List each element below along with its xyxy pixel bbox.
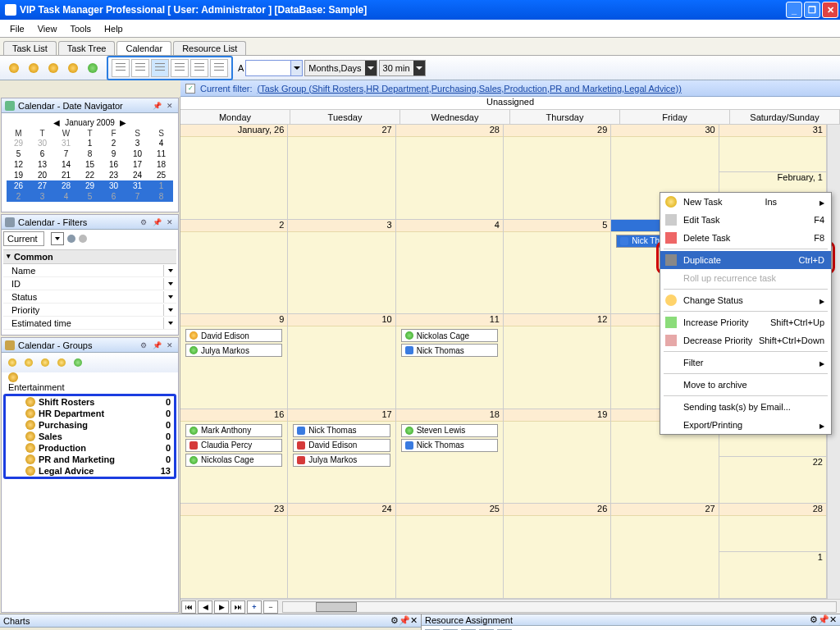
task-chip[interactable]: Julya Markos	[185, 344, 282, 357]
group-entertainment[interactable]: Entertainment	[2, 372, 178, 392]
task-chip[interactable]: Claudia Percy	[185, 439, 282, 452]
filter-prop[interactable]: Status	[3, 290, 176, 304]
menu-dec-priority[interactable]: Decrease PriorityShift+Ctrl+Down	[660, 331, 831, 349]
date-navigator[interactable]: ◀ January 2009 ▶ MTWTFSS2930311234567891…	[2, 113, 178, 207]
maximize-button[interactable]: ❐	[804, 2, 820, 18]
filter-value[interactable]: (Task Group (Shift Rosters,HR Department…	[258, 84, 682, 94]
panel-pin-icon[interactable]: 📌	[152, 101, 162, 111]
calendar-cell[interactable]: 5	[504, 220, 611, 315]
panel-close-icon[interactable]: ✕	[829, 614, 837, 625]
menu-help[interactable]: Help	[98, 22, 130, 35]
filter-preset[interactable]: Current	[3, 231, 44, 246]
calendar-cell[interactable]: 18Steven LewisNick Thomas	[396, 409, 504, 504]
panel-close-icon[interactable]: ✕	[410, 615, 418, 626]
group-item[interactable]: Production0	[6, 442, 174, 454]
group-edit-icon[interactable]	[21, 355, 36, 370]
filter-checkbox[interactable]	[185, 84, 195, 94]
refresh-icon[interactable]	[84, 59, 102, 77]
tab-calendar[interactable]: Calendar	[116, 41, 171, 55]
menu-export[interactable]: Export/Printing	[660, 416, 831, 434]
edit-icon[interactable]	[25, 59, 43, 77]
interval-combo[interactable]: 30 min	[379, 60, 426, 76]
panel-close-icon[interactable]: ✕	[165, 217, 175, 227]
view-workweek-icon[interactable]	[131, 59, 149, 77]
calendar-cell[interactable]: 16Mark AnthonyClaudia PercyNickolas Cage	[180, 409, 288, 504]
new-task-icon[interactable]	[5, 59, 23, 77]
calendar-cell[interactable]: 23	[180, 504, 288, 599]
menu-edit-task[interactable]: Edit TaskF4	[660, 211, 831, 229]
prev-month-icon[interactable]: ◀	[53, 118, 60, 127]
calendar-cell[interactable]: 26	[504, 504, 611, 599]
menu-file[interactable]: File	[3, 22, 31, 35]
group-item[interactable]: HR Department0	[6, 408, 174, 419]
nav-prev-icon[interactable]: ◀	[198, 600, 212, 614]
menu-change-status[interactable]: Change Status	[660, 291, 831, 309]
menu-delete-task[interactable]: Delete TaskF8	[660, 229, 831, 247]
view-day-icon[interactable]	[112, 59, 130, 77]
menu-new-task[interactable]: New TaskIns	[660, 193, 831, 211]
filter-apply-icon[interactable]	[67, 235, 75, 243]
view-month-icon[interactable]	[171, 59, 189, 77]
panel-gear-icon[interactable]: ⚙	[139, 340, 148, 350]
calendar-cell[interactable]: 17Nick ThomasDavid EdisonJulya Markos	[288, 409, 395, 504]
tab-resource-list[interactable]: Resource List	[173, 41, 246, 55]
panel-close-icon[interactable]: ✕	[165, 340, 175, 350]
menu-view[interactable]: View	[31, 22, 64, 35]
calendar-cell[interactable]: 3	[288, 220, 395, 315]
tab-task-list[interactable]: Task List	[3, 41, 57, 55]
filter-clear-icon[interactable]	[79, 235, 87, 243]
filter-prop[interactable]: Estimated time	[3, 317, 176, 330]
group-item[interactable]: Legal Advice13	[6, 465, 174, 477]
panel-pin-icon[interactable]: 📌	[399, 615, 410, 626]
panel-gear-icon[interactable]: ⚙	[810, 614, 818, 625]
menu-inc-priority[interactable]: Increase PriorityShift+Ctrl+Up	[660, 313, 831, 331]
group-item[interactable]: Purchasing0	[6, 419, 174, 431]
view-timeline-icon[interactable]	[210, 59, 228, 77]
task-chip[interactable]: Nick Thomas	[401, 344, 498, 357]
group-new-icon[interactable]	[5, 355, 20, 370]
nav-next-icon[interactable]: ▶	[214, 600, 229, 614]
calendar-cell[interactable]: 4	[396, 220, 504, 315]
view-year-icon[interactable]	[190, 59, 208, 77]
common-header[interactable]: Common	[3, 249, 176, 264]
panel-pin-icon[interactable]: 📌	[152, 340, 162, 350]
filter-prop[interactable]: ID	[3, 277, 176, 290]
nav-first-icon[interactable]: ⏮	[181, 600, 196, 614]
menu-archive[interactable]: Move to archive	[660, 376, 831, 394]
next-month-icon[interactable]: ▶	[120, 118, 126, 127]
filter-prop[interactable]: Name	[3, 264, 176, 277]
panel-pin-icon[interactable]: 📌	[818, 614, 829, 625]
calendar-cell[interactable]: 19	[504, 409, 611, 504]
menu-email[interactable]: Sending task(s) by Email...	[660, 398, 831, 416]
filter-prop[interactable]: Priority	[3, 304, 176, 317]
nav-last-icon[interactable]: ⏭	[231, 600, 245, 614]
menu-duplicate[interactable]: DuplicateCtrl+D	[660, 251, 831, 269]
group-item[interactable]: Shift Rosters0	[6, 396, 174, 408]
nav-minus-icon[interactable]: −	[263, 600, 278, 614]
filter-preset-dd[interactable]	[51, 232, 64, 245]
panel-close-icon[interactable]: ✕	[165, 101, 175, 111]
panel-gear-icon[interactable]: ⚙	[139, 217, 148, 227]
task-chip[interactable]: David Edison	[293, 439, 390, 452]
task-chip[interactable]: Nickolas Cage	[401, 329, 498, 342]
group-item[interactable]: Sales0	[6, 431, 174, 442]
calendar-cell[interactable]: 25	[396, 504, 504, 599]
calendar-cell[interactable]: 28	[396, 125, 504, 220]
view-week-icon[interactable]	[151, 59, 169, 77]
close-button[interactable]: ✕	[822, 2, 838, 18]
task-chip[interactable]: Julya Markos	[293, 454, 390, 467]
menu-filter[interactable]: Filter	[660, 354, 831, 372]
menu-tools[interactable]: Tools	[63, 22, 98, 35]
task-chip[interactable]: Nick Thomas	[401, 439, 498, 452]
calendar-cell[interactable]: 27	[288, 125, 395, 220]
group-item[interactable]: PR and Marketing0	[6, 454, 174, 465]
panel-gear-icon[interactable]: ⚙	[390, 615, 399, 626]
horizontal-scroll[interactable]: ⏮ ◀ ▶ ⏭ + −	[180, 599, 840, 614]
task-chip[interactable]: David Edison	[185, 329, 282, 342]
calendar-cell[interactable]: 2	[180, 220, 288, 315]
calendar-cell[interactable]: 9David EdisonJulya Markos	[180, 314, 288, 409]
task-chip[interactable]: Steven Lewis	[401, 424, 498, 437]
empty-dropdown[interactable]	[245, 60, 303, 76]
tab-task-tree[interactable]: Task Tree	[58, 41, 116, 55]
calendar-cell[interactable]: 281	[719, 504, 827, 599]
